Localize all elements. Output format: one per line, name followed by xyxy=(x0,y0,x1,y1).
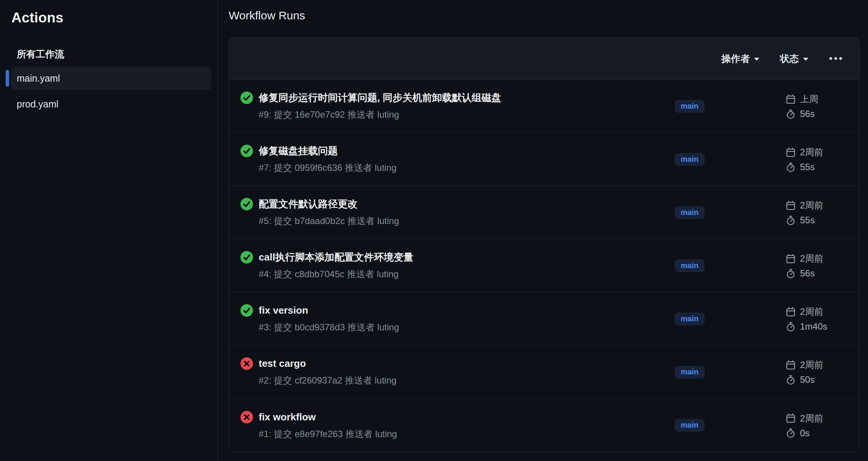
run-commit-meta: #4: 提交 c8dbb7045c 推送者 luting xyxy=(259,268,413,280)
run-text: fix version #3: 提交 b0cd9378d3 推送者 luting xyxy=(259,304,399,333)
branch-column: main xyxy=(675,259,786,272)
calendar-icon xyxy=(786,360,796,370)
run-info: fix version #3: 提交 b0cd9378d3 推送者 luting xyxy=(240,304,675,333)
runs-card: 操作者 状态 xyxy=(229,37,860,452)
runs-toolbar: 操作者 状态 xyxy=(229,38,859,80)
run-meta-column: 2周前 1m40s xyxy=(786,306,850,332)
run-text: 配置文件默认路径更改 #5: 提交 b7daad0b2c 推送者 luting xyxy=(259,198,399,227)
run-commit-meta: #3: 提交 b0cd9378d3 推送者 luting xyxy=(259,321,399,333)
run-title-link[interactable]: 配置文件默认路径更改 xyxy=(259,198,399,210)
workflow-run-row[interactable]: call执行脚本添加配置文件环境变量 #4: 提交 c8dbb7045c 推送者… xyxy=(229,239,859,292)
branch-column: main xyxy=(675,206,786,219)
run-title-link[interactable]: 修复磁盘挂载问题 xyxy=(259,145,397,157)
run-duration: 1m40s xyxy=(800,321,827,332)
workflow-run-row[interactable]: 修复磁盘挂载问题 #7: 提交 0959f6c636 推送者 luting ma… xyxy=(229,133,859,186)
sidebar-title: Actions xyxy=(11,10,218,26)
branch-column: main xyxy=(675,366,786,379)
workflow-run-row[interactable]: fix workflow #1: 提交 e8e97fe263 推送者 lutin… xyxy=(229,399,859,452)
workflow-run-row[interactable]: test cargo #2: 提交 cf260937a2 推送者 luting … xyxy=(229,346,859,399)
run-commit-meta: #2: 提交 cf260937a2 推送者 luting xyxy=(259,374,397,387)
run-date: 2周前 xyxy=(800,412,823,425)
run-date-line: 2周前 xyxy=(786,199,850,212)
run-duration-line: 56s xyxy=(786,109,850,119)
page-title: Workflow Runs xyxy=(229,9,860,22)
run-title-link[interactable]: 修复同步运行时间计算问题, 同步关机前卸载默认组磁盘 xyxy=(259,92,501,104)
run-duration: 50s xyxy=(800,374,815,385)
run-title-link[interactable]: fix workflow xyxy=(259,411,397,423)
run-duration: 56s xyxy=(800,268,815,279)
sidebar-item-main-yaml[interactable]: main.yaml xyxy=(11,66,211,90)
run-date: 上周 xyxy=(800,93,818,105)
branch-badge[interactable]: main xyxy=(675,313,705,325)
more-options-button[interactable] xyxy=(829,56,843,61)
stopwatch-icon xyxy=(786,162,796,172)
branch-badge[interactable]: main xyxy=(675,153,705,166)
run-date-line: 2周前 xyxy=(786,359,850,371)
stopwatch-icon xyxy=(786,322,796,332)
branch-badge[interactable]: main xyxy=(675,100,705,113)
run-text: call执行脚本添加配置文件环境变量 #4: 提交 c8dbb7045c 推送者… xyxy=(259,251,413,280)
run-date: 2周前 xyxy=(800,306,823,318)
actor-filter-dropdown[interactable]: 操作者 xyxy=(721,52,759,65)
run-text: fix workflow #1: 提交 e8e97fe263 推送者 lutin… xyxy=(259,411,397,440)
workflow-run-row[interactable]: 配置文件默认路径更改 #5: 提交 b7daad0b2c 推送者 luting … xyxy=(229,186,859,239)
active-indicator-bar xyxy=(6,70,9,87)
run-info: call执行脚本添加配置文件环境变量 #4: 提交 c8dbb7045c 推送者… xyxy=(240,251,675,280)
calendar-icon xyxy=(786,147,796,158)
status-filter-dropdown[interactable]: 状态 xyxy=(780,52,808,65)
run-date-line: 2周前 xyxy=(786,412,850,425)
run-text: 修复同步运行时间计算问题, 同步关机前卸载默认组磁盘 #9: 提交 16e70e… xyxy=(259,92,501,121)
actions-sidebar: Actions 所有工作流 main.yaml prod.yaml xyxy=(0,0,218,461)
run-duration: 56s xyxy=(800,109,815,119)
workflow-run-row[interactable]: 修复同步运行时间计算问题, 同步关机前卸载默认组磁盘 #9: 提交 16e70e… xyxy=(229,80,859,133)
run-info: 修复磁盘挂载问题 #7: 提交 0959f6c636 推送者 luting xyxy=(240,145,675,174)
run-commit-meta: #7: 提交 0959f6c636 推送者 luting xyxy=(259,162,397,174)
run-info: 配置文件默认路径更改 #5: 提交 b7daad0b2c 推送者 luting xyxy=(240,198,675,227)
run-title-link[interactable]: fix version xyxy=(259,304,399,317)
calendar-icon xyxy=(786,94,796,104)
branch-column: main xyxy=(675,313,786,325)
run-date-line: 2周前 xyxy=(786,306,850,318)
run-meta-column: 上周 56s xyxy=(786,93,850,119)
success-icon xyxy=(240,145,253,157)
run-info: fix workflow #1: 提交 e8e97fe263 推送者 lutin… xyxy=(240,411,675,440)
branch-column: main xyxy=(675,100,786,113)
workflow-runs-panel: Workflow Runs 操作者 状态 xyxy=(218,0,868,461)
run-commit-meta: #5: 提交 b7daad0b2c 推送者 luting xyxy=(259,215,399,227)
sidebar-item-prod-yaml[interactable]: prod.yaml xyxy=(11,92,211,116)
sidebar-item-label: main.yaml xyxy=(17,73,60,84)
success-icon xyxy=(240,304,253,317)
actor-filter-label: 操作者 xyxy=(721,52,750,65)
run-meta-column: 2周前 56s xyxy=(786,253,850,279)
success-icon xyxy=(240,198,253,210)
run-date-line: 2周前 xyxy=(786,253,850,265)
success-icon xyxy=(240,251,253,264)
run-date: 2周前 xyxy=(800,359,823,371)
run-info: test cargo #2: 提交 cf260937a2 推送者 luting xyxy=(240,357,675,387)
workflow-run-row[interactable]: fix version #3: 提交 b0cd9378d3 推送者 luting… xyxy=(229,292,859,346)
run-commit-meta: #9: 提交 16e70e7c92 推送者 luting xyxy=(259,109,501,121)
branch-badge[interactable]: main xyxy=(675,206,705,219)
branch-badge[interactable]: main xyxy=(675,259,705,272)
run-date-line: 上周 xyxy=(786,93,850,105)
failure-icon xyxy=(240,411,253,423)
branch-badge[interactable]: main xyxy=(675,419,705,432)
calendar-icon xyxy=(786,254,796,264)
run-date-line: 2周前 xyxy=(786,146,850,158)
run-title-link[interactable]: call执行脚本添加配置文件环境变量 xyxy=(259,251,413,264)
run-date: 2周前 xyxy=(800,199,823,212)
chevron-down-icon xyxy=(803,58,808,61)
run-duration-line: 55s xyxy=(786,215,850,226)
all-workflows-label[interactable]: 所有工作流 xyxy=(17,48,218,60)
run-duration: 55s xyxy=(800,215,815,226)
stopwatch-icon xyxy=(786,375,796,385)
branch-badge[interactable]: main xyxy=(675,366,705,379)
run-duration-line: 55s xyxy=(786,162,850,172)
stopwatch-icon xyxy=(786,109,796,119)
run-text: 修复磁盘挂载问题 #7: 提交 0959f6c636 推送者 luting xyxy=(259,145,397,174)
calendar-icon xyxy=(786,307,796,317)
run-commit-meta: #1: 提交 e8e97fe263 推送者 luting xyxy=(259,428,397,440)
run-title-link[interactable]: test cargo xyxy=(259,357,397,370)
chevron-down-icon xyxy=(754,58,759,61)
run-meta-column: 2周前 55s xyxy=(786,199,850,226)
